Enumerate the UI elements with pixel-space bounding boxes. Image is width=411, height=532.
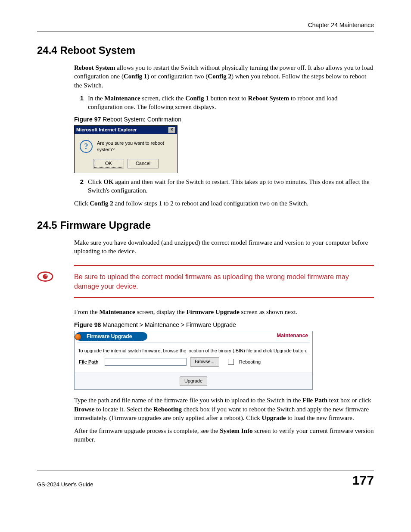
cancel-button[interactable]: Cancel	[128, 159, 159, 168]
svg-point-1	[43, 274, 47, 279]
eye-icon	[37, 271, 53, 282]
warning-callout: Be sure to upload the correct model firm…	[37, 265, 374, 298]
figure-97-caption: Figure 97 Reboot System: Confirmation	[74, 115, 374, 124]
step-number: 1	[74, 94, 84, 103]
step-number: 2	[74, 177, 84, 186]
footer-guide: GS-2024 User's Guide	[37, 481, 93, 488]
section-24-5-title: 24.5 Firmware Upgrade	[37, 219, 374, 231]
reboot-system-term: Reboot System	[74, 64, 115, 71]
question-icon: ?	[80, 140, 93, 153]
close-icon[interactable]: ×	[168, 127, 175, 133]
firmware-intro: Make sure you have downloaded (and unzip…	[74, 238, 374, 256]
panel-tab: Firmware Upgrade	[75, 332, 147, 341]
divider	[77, 342, 310, 343]
browse-button[interactable]: Browse...	[190, 357, 219, 367]
reboot-intro: Reboot System allows you to restart the …	[74, 63, 374, 90]
step-2: 2 Click OK again and then wait for the S…	[74, 177, 374, 195]
warning-text: Be sure to upload the correct model firm…	[74, 265, 374, 298]
dialog-titlebar: Microsoft Internet Explorer ×	[75, 126, 177, 134]
dialog-message: Are you sure you want to reboot system?	[97, 140, 174, 153]
confirm-dialog: Microsoft Internet Explorer × ? Are you …	[74, 125, 177, 173]
step-1: 1 In the Maintenance screen, click the C…	[74, 94, 374, 112]
ok-button[interactable]: OK	[93, 159, 124, 168]
page-number: 177	[352, 473, 374, 488]
svg-point-2	[45, 275, 47, 277]
firmware-nav: From the Maintenance screen, display the…	[74, 308, 374, 316]
page-header: Chapter 24 Maintenance	[37, 22, 374, 31]
figure-98-caption: Figure 98 Management > Maintenance > Fir…	[74, 321, 374, 329]
config2-note: Click Config 2 and follow steps 1 to 2 t…	[74, 199, 374, 208]
file-path-input[interactable]	[105, 358, 187, 366]
section-24-4-title: 24.4 Reboot System	[37, 44, 374, 56]
upgrade-button[interactable]: Upgrade	[180, 376, 207, 386]
firmware-upgrade-panel: Firmware Upgrade Maintenance To upgrade …	[74, 331, 313, 390]
rebooting-label: Rebooting	[239, 359, 261, 365]
file-path-label: File Path	[79, 359, 101, 365]
page-footer: GS-2024 User's Guide 177	[37, 470, 374, 488]
upgrade-instructions: To upgrade the internal switch firmware,…	[77, 348, 310, 354]
firmware-verify: After the firmware upgrade process is co…	[74, 426, 374, 444]
maintenance-link[interactable]: Maintenance	[277, 332, 308, 339]
rebooting-checkbox[interactable]	[228, 359, 234, 365]
dialog-title-text: Microsoft Internet Explorer	[76, 127, 137, 133]
firmware-instructions: Type the path and file name of the firmw…	[74, 396, 374, 422]
